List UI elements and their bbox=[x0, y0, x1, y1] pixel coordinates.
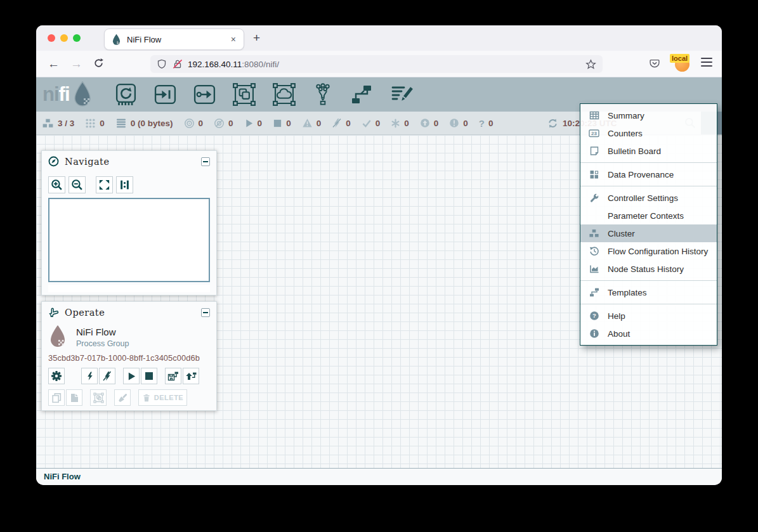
menu-item-node-status-history[interactable]: Node Status History bbox=[580, 260, 717, 278]
menu-item-parameter-contexts[interactable]: Parameter Contexts bbox=[580, 207, 717, 224]
zoom-actual-size-button[interactable] bbox=[116, 176, 133, 193]
remote-process-group-component[interactable] bbox=[272, 82, 296, 107]
save-template-button[interactable] bbox=[165, 368, 181, 384]
start-button[interactable] bbox=[123, 368, 140, 384]
birdseye-slider[interactable] bbox=[48, 285, 210, 292]
process-group-drop-icon bbox=[48, 325, 67, 349]
logo-fi: fi bbox=[59, 83, 70, 105]
label-component[interactable] bbox=[389, 83, 415, 106]
collapse-operate-button[interactable] bbox=[201, 308, 210, 317]
process-group-component[interactable] bbox=[232, 82, 256, 107]
global-menu: Summary 23 Counters Bulletin Board Data … bbox=[580, 103, 717, 346]
zoom-fit-button[interactable] bbox=[96, 176, 113, 193]
disable-button[interactable] bbox=[99, 368, 115, 384]
navigate-title: Navigate bbox=[65, 157, 201, 167]
collapse-navigate-button[interactable] bbox=[201, 157, 210, 166]
macos-close-button[interactable] bbox=[48, 34, 55, 42]
menu-item-data-provenance[interactable]: Data Provenance bbox=[580, 165, 717, 183]
browser-menu-icon[interactable] bbox=[701, 58, 712, 69]
nifi-logo: nifi bbox=[42, 77, 94, 112]
refresh-icon[interactable] bbox=[547, 118, 558, 129]
data-provenance-icon bbox=[589, 169, 599, 179]
macos-minimize-button[interactable] bbox=[60, 34, 68, 42]
menu-item-summary[interactable]: Summary bbox=[580, 107, 717, 124]
queued-status: 0 (0 bytes) bbox=[115, 118, 173, 128]
summary-icon bbox=[589, 110, 599, 120]
output-port-component[interactable] bbox=[193, 84, 216, 105]
selected-component-name: NiFi Flow bbox=[76, 327, 129, 337]
shield-icon[interactable] bbox=[157, 59, 167, 69]
flow-configuration-history-icon bbox=[589, 246, 599, 256]
menu-separator bbox=[580, 280, 717, 281]
birdseye-view[interactable] bbox=[48, 198, 210, 282]
macos-zoom-button[interactable] bbox=[73, 34, 81, 42]
bulletin-board-icon bbox=[589, 146, 599, 156]
processor-component[interactable] bbox=[114, 82, 138, 107]
stopped-icon bbox=[273, 119, 282, 128]
menu-separator bbox=[580, 186, 717, 186]
hand-pointer-icon bbox=[48, 307, 59, 318]
url-bar[interactable]: 192.168.40.11:8080/nifi/ bbox=[150, 55, 603, 73]
cluster-icon bbox=[589, 228, 599, 238]
navigate-panel: Navigate bbox=[41, 150, 217, 295]
zoom-out-button[interactable] bbox=[69, 176, 86, 193]
nifi-favicon bbox=[111, 34, 122, 46]
menu-item-counters[interactable]: 23 Counters bbox=[580, 124, 717, 142]
stop-button[interactable] bbox=[141, 368, 157, 384]
running-status: 0 bbox=[244, 119, 263, 128]
sync-failure-icon: ? bbox=[479, 118, 485, 129]
templates-icon bbox=[589, 287, 599, 297]
invalid-status: 0 bbox=[302, 118, 322, 128]
stopped-status: 0 bbox=[273, 119, 291, 128]
back-icon[interactable]: ← bbox=[48, 56, 60, 72]
svg-text:?: ? bbox=[592, 312, 596, 319]
upload-template-button[interactable] bbox=[183, 368, 199, 384]
reload-icon[interactable] bbox=[93, 58, 104, 68]
menu-item-templates[interactable]: Templates bbox=[580, 283, 717, 301]
insecure-lock-icon[interactable] bbox=[173, 59, 183, 69]
menu-item-controller-settings[interactable]: Controller Settings bbox=[580, 189, 717, 207]
group-button bbox=[90, 389, 107, 406]
invalid-icon bbox=[302, 118, 313, 128]
component-palette bbox=[114, 82, 415, 107]
locally-modified-and-stale-status: 0 bbox=[449, 118, 468, 128]
bookmark-star-icon[interactable] bbox=[585, 59, 596, 70]
enable-button[interactable] bbox=[81, 368, 98, 384]
copy-button bbox=[48, 389, 65, 406]
menu-separator bbox=[580, 304, 717, 304]
operate-title: Operate bbox=[65, 308, 201, 318]
locally-modified-status: 0 bbox=[391, 119, 409, 128]
browser-tab[interactable]: NiFi Flow × bbox=[104, 29, 244, 50]
funnel-component[interactable] bbox=[312, 82, 334, 107]
profile-avatar[interactable]: local bbox=[673, 55, 691, 73]
transmitting-status: 0 bbox=[184, 118, 204, 129]
transmitting-icon bbox=[184, 118, 195, 129]
browser-window: NiFi Flow × + ← → 192.168.40.11:8080/nif… bbox=[36, 25, 722, 485]
zoom-in-button[interactable] bbox=[48, 176, 65, 193]
configure-button[interactable] bbox=[48, 368, 65, 384]
menu-item-cluster[interactable]: Cluster bbox=[580, 224, 717, 242]
menu-item-help[interactable]: ? Help bbox=[580, 307, 717, 325]
browser-tab-bar: NiFi Flow × + bbox=[36, 25, 722, 51]
container-tab-badge: local bbox=[670, 54, 689, 63]
menu-item-bulletin-board[interactable]: Bulletin Board bbox=[580, 142, 717, 160]
menu-item-about[interactable]: About bbox=[580, 325, 717, 342]
active-threads-icon bbox=[85, 118, 96, 129]
input-port-component[interactable] bbox=[154, 84, 177, 105]
breadcrumb[interactable]: NiFi Flow bbox=[44, 469, 722, 485]
new-tab-button[interactable]: + bbox=[253, 30, 260, 46]
pocket-icon[interactable] bbox=[649, 58, 660, 69]
operate-panel: Operate NiFi Flow Process Group 35cbd3b7… bbox=[41, 301, 217, 411]
menu-item-flow-configuration-history[interactable]: Flow Configuration History bbox=[580, 242, 717, 260]
nifi-drop-logo bbox=[71, 81, 94, 108]
controller-settings-icon bbox=[589, 193, 599, 203]
menu-separator bbox=[580, 162, 717, 163]
not-transmitting-status: 0 bbox=[214, 118, 233, 129]
tab-title: NiFi Flow bbox=[127, 35, 230, 44]
node-status-history-icon bbox=[589, 264, 599, 274]
logo-ni: ni bbox=[42, 83, 59, 105]
template-component[interactable] bbox=[350, 83, 374, 106]
tab-close-icon[interactable]: × bbox=[230, 34, 237, 44]
selected-component-id: 35cbd3b7-017b-1000-8bff-1c3405c00d6b bbox=[42, 349, 216, 363]
url-text[interactable]: 192.168.40.11:8080/nifi/ bbox=[188, 60, 585, 69]
